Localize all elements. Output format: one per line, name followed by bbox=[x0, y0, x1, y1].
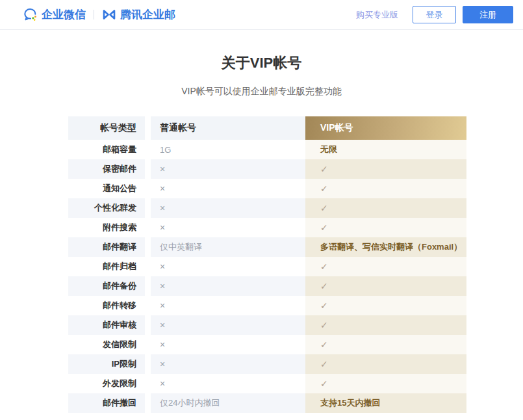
vip-account-value: 多语翻译、写信实时翻译（Foxmail） bbox=[305, 237, 466, 257]
column-gap bbox=[145, 198, 151, 218]
feature-label: 外发限制 bbox=[68, 374, 145, 393]
vip-account-value: ✓ bbox=[305, 276, 466, 296]
column-gap bbox=[145, 276, 151, 296]
check-icon: ✓ bbox=[320, 339, 328, 350]
normal-value-text: 仅中英翻译 bbox=[160, 241, 202, 253]
feature-label: 邮件转移 bbox=[68, 296, 145, 315]
check-icon: ✓ bbox=[320, 320, 328, 330]
page-title: 关于VIP帐号 bbox=[0, 53, 523, 73]
feature-label: 邮件撤回 bbox=[68, 393, 145, 413]
vip-account-value: ✓ bbox=[305, 179, 466, 198]
brand-separator bbox=[94, 10, 94, 20]
table-row: 邮件审核×✓ bbox=[68, 315, 466, 335]
cross-icon: × bbox=[160, 300, 165, 311]
check-icon: ✓ bbox=[320, 378, 328, 389]
cross-icon: × bbox=[160, 339, 165, 350]
table-row: 通知公告×✓ bbox=[68, 179, 466, 198]
wechat-work-logo-icon bbox=[23, 7, 38, 22]
normal-value-text: 1G bbox=[160, 145, 171, 155]
normal-account-value: × bbox=[151, 159, 305, 179]
column-header-normal-account: 普通帐号 bbox=[151, 116, 305, 140]
feature-label: 发信限制 bbox=[68, 335, 145, 354]
cross-icon: × bbox=[160, 320, 165, 330]
normal-account-value: × bbox=[151, 257, 305, 276]
nav-actions: 购买专业版 登录 注册 bbox=[356, 6, 513, 23]
normal-account-value: × bbox=[151, 179, 305, 198]
vip-account-value: ✓ bbox=[305, 296, 466, 315]
feature-label: IP限制 bbox=[68, 354, 145, 374]
register-button[interactable]: 注册 bbox=[463, 6, 513, 23]
feature-label: 邮件审核 bbox=[68, 315, 145, 335]
column-gap bbox=[145, 140, 151, 159]
check-icon: ✓ bbox=[320, 183, 328, 194]
normal-account-value: × bbox=[151, 296, 305, 315]
vip-value-text: 支持15天内撤回 bbox=[320, 397, 380, 409]
table-row: 外发限制×✓ bbox=[68, 374, 466, 393]
vip-account-value: ✓ bbox=[305, 374, 466, 393]
normal-account-value: 仅中英翻译 bbox=[151, 237, 305, 257]
feature-label: 邮件归档 bbox=[68, 257, 145, 276]
check-icon: ✓ bbox=[320, 203, 328, 213]
table-row: 邮件备份×✓ bbox=[68, 276, 466, 296]
normal-account-value: × bbox=[151, 218, 305, 237]
wechat-work-brand[interactable]: 企业微信 bbox=[23, 7, 86, 22]
table-row: 邮件转移×✓ bbox=[68, 296, 466, 315]
page-subtitle: VIP帐号可以使用企业邮专业版完整功能 bbox=[0, 85, 523, 97]
normal-account-value: × bbox=[151, 276, 305, 296]
cross-icon: × bbox=[160, 222, 165, 233]
table-body: 邮箱容量1G无限保密邮件×✓通知公告×✓个性化群发×✓附件搜索×✓邮件翻译仅中英… bbox=[68, 140, 466, 413]
table-row: 邮箱容量1G无限 bbox=[68, 140, 466, 159]
cross-icon: × bbox=[160, 378, 165, 389]
normal-account-value: × bbox=[151, 315, 305, 335]
vip-account-value: ✓ bbox=[305, 315, 466, 335]
exmail-brand-label: 腾讯企业邮 bbox=[120, 7, 175, 22]
feature-label: 个性化群发 bbox=[68, 198, 145, 218]
vip-account-value: ✓ bbox=[305, 218, 466, 237]
table-row: 个性化群发×✓ bbox=[68, 198, 466, 218]
column-gap bbox=[145, 296, 151, 315]
normal-value-text: 仅24小时内撤回 bbox=[160, 397, 220, 409]
normal-account-value: 仅24小时内撤回 bbox=[151, 393, 305, 413]
table-row: 邮件归档×✓ bbox=[68, 257, 466, 276]
column-gap bbox=[145, 159, 151, 179]
column-gap bbox=[145, 179, 151, 198]
vip-account-value: 无限 bbox=[305, 140, 466, 159]
normal-account-value: × bbox=[151, 198, 305, 218]
login-button[interactable]: 登录 bbox=[413, 6, 456, 23]
column-header-account-type: 帐号类型 bbox=[68, 116, 145, 140]
vip-value-text: 多语翻译、写信实时翻译（Foxmail） bbox=[320, 241, 462, 253]
feature-label: 邮件翻译 bbox=[68, 237, 145, 257]
column-gap bbox=[145, 218, 151, 237]
normal-account-value: × bbox=[151, 354, 305, 374]
table-row: IP限制×✓ bbox=[68, 354, 466, 374]
cross-icon: × bbox=[160, 261, 165, 272]
feature-label: 保密邮件 bbox=[68, 159, 145, 179]
table-header-row: 帐号类型 普通帐号 VIP帐号 bbox=[68, 116, 466, 140]
column-gap bbox=[145, 374, 151, 393]
check-icon: ✓ bbox=[320, 261, 328, 272]
brand-area: 企业微信 腾讯企业邮 bbox=[23, 7, 175, 22]
check-icon: ✓ bbox=[320, 281, 328, 291]
table-row: 附件搜索×✓ bbox=[68, 218, 466, 237]
vip-account-value: ✓ bbox=[305, 198, 466, 218]
wechat-work-brand-label: 企业微信 bbox=[42, 7, 86, 22]
cross-icon: × bbox=[160, 164, 165, 174]
vip-value-text: 无限 bbox=[320, 144, 337, 155]
table-row: 保密邮件×✓ bbox=[68, 159, 466, 179]
check-icon: ✓ bbox=[320, 359, 328, 369]
column-gap bbox=[145, 335, 151, 354]
cross-icon: × bbox=[160, 183, 165, 194]
column-gap bbox=[145, 354, 151, 374]
main-content: 关于VIP帐号 VIP帐号可以使用企业邮专业版完整功能 帐号类型 普通帐号 VI… bbox=[0, 53, 523, 413]
normal-account-value: × bbox=[151, 374, 305, 393]
top-nav: 企业微信 腾讯企业邮 购买专业版 登录 注册 bbox=[0, 0, 523, 30]
cross-icon: × bbox=[160, 203, 165, 213]
check-icon: ✓ bbox=[320, 300, 328, 311]
normal-account-value: × bbox=[151, 335, 305, 354]
feature-label: 通知公告 bbox=[68, 179, 145, 198]
exmail-brand[interactable]: 腾讯企业邮 bbox=[102, 7, 175, 22]
cross-icon: × bbox=[160, 281, 165, 291]
column-header-vip-account: VIP帐号 bbox=[305, 116, 466, 140]
buy-pro-link[interactable]: 购买专业版 bbox=[356, 9, 398, 21]
feature-label: 邮箱容量 bbox=[68, 140, 145, 159]
